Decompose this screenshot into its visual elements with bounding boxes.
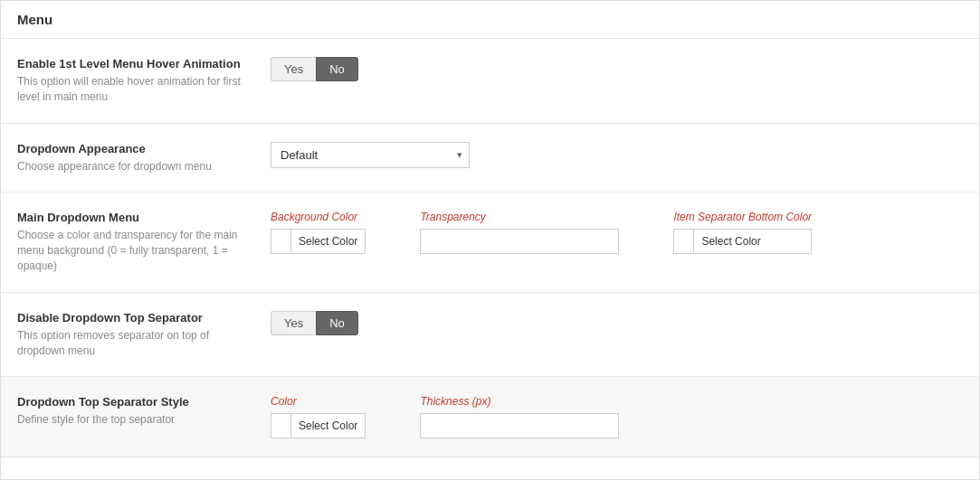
- separator-style-control: Color Select Color Thickness (px): [271, 395, 963, 438]
- separator-color-col: Color Select Color: [271, 395, 366, 438]
- bg-color-field: Background Color Select Color: [271, 211, 366, 254]
- disable-top-separator-label: Disable Dropdown Top Separator This opti…: [17, 311, 271, 359]
- hover-animation-row: Enable 1st Level Menu Hover Animation Th…: [1, 39, 979, 124]
- main-dropdown-menu-control: Background Color Select Color Transparen…: [271, 211, 963, 254]
- disable-top-separator-control: Yes No: [271, 311, 963, 335]
- separator-color-label: Item Separator Bottom Color: [673, 211, 812, 223]
- transparency-label: Transparency: [420, 211, 619, 223]
- main-dropdown-menu-desc: Choose a color and transparency for the …: [17, 228, 252, 273]
- bg-color-btn-label: Select Color: [291, 235, 365, 248]
- page-title: Menu: [1, 1, 979, 39]
- hover-animation-no-btn[interactable]: No: [316, 57, 358, 81]
- page-container: Menu Enable 1st Level Menu Hover Animati…: [0, 0, 980, 480]
- dropdown-appearance-control: Default ▾: [271, 142, 963, 168]
- disable-top-separator-title: Disable Dropdown Top Separator: [17, 311, 252, 325]
- main-dropdown-menu-row: Main Dropdown Menu Choose a color and tr…: [1, 193, 979, 292]
- disable-top-separator-toggle-group: Yes No: [271, 311, 358, 335]
- main-dropdown-menu-label: Main Dropdown Menu Choose a color and tr…: [17, 211, 271, 273]
- sep-color-btn-label: Select Color: [291, 419, 365, 432]
- sep-color-swatch: [271, 414, 291, 438]
- separator-color-swatch: [674, 230, 694, 253]
- bg-color-label: Background Color: [271, 211, 366, 223]
- dropdown-appearance-title: Dropdown Appearance: [17, 142, 252, 155]
- hover-animation-title: Enable 1st Level Menu Hover Animation: [17, 57, 252, 71]
- transparency-field: Transparency: [420, 211, 619, 254]
- dropdown-appearance-select-wrapper: Default ▾: [271, 142, 470, 168]
- separator-style-title: Dropdown Top Separator Style: [17, 395, 252, 409]
- dropdown-appearance-row: Dropdown Appearance Choose appearance fo…: [1, 124, 979, 193]
- bg-color-btn[interactable]: Select Color: [271, 229, 366, 254]
- thickness-input[interactable]: [420, 413, 619, 438]
- color-thickness-section: Color Select Color Thickness (px): [271, 395, 963, 438]
- transparency-input[interactable]: [420, 229, 619, 254]
- separator-color-btn-label: Select Color: [694, 235, 767, 248]
- main-dropdown-menu-title: Main Dropdown Menu: [17, 211, 252, 224]
- sep-color-label: Color: [271, 395, 366, 408]
- disable-top-separator-no-btn[interactable]: No: [316, 311, 358, 335]
- hover-animation-toggle-group: Yes No: [271, 57, 358, 81]
- hover-animation-control: Yes No: [271, 57, 963, 81]
- disable-top-separator-row: Disable Dropdown Top Separator This opti…: [1, 293, 979, 378]
- separator-color-field: Item Separator Bottom Color Select Color: [673, 211, 812, 254]
- separator-style-desc: Define style for the top separator: [17, 412, 252, 428]
- separator-style-row: Dropdown Top Separator Style Define styl…: [1, 377, 979, 457]
- disable-top-separator-desc: This option removes separator on top of …: [17, 328, 252, 359]
- dropdown-appearance-select[interactable]: Default: [271, 142, 470, 168]
- thickness-col: Thickness (px): [420, 395, 619, 438]
- color-transparency-section: Background Color Select Color Transparen…: [271, 211, 963, 254]
- hover-animation-desc: This option will enable hover animation …: [17, 74, 252, 105]
- disable-top-separator-yes-btn[interactable]: Yes: [271, 311, 316, 335]
- dropdown-appearance-desc: Choose appearance for dropdown menu: [17, 159, 252, 174]
- hover-animation-yes-btn[interactable]: Yes: [271, 57, 316, 81]
- hover-animation-label: Enable 1st Level Menu Hover Animation Th…: [17, 57, 271, 105]
- bg-color-swatch: [271, 230, 291, 253]
- thickness-label: Thickness (px): [420, 395, 619, 408]
- dropdown-appearance-label: Dropdown Appearance Choose appearance fo…: [17, 142, 271, 174]
- sep-color-pick-btn[interactable]: Select Color: [271, 413, 366, 438]
- separator-style-label: Dropdown Top Separator Style Define styl…: [17, 395, 271, 428]
- separator-color-btn[interactable]: Select Color: [673, 229, 812, 254]
